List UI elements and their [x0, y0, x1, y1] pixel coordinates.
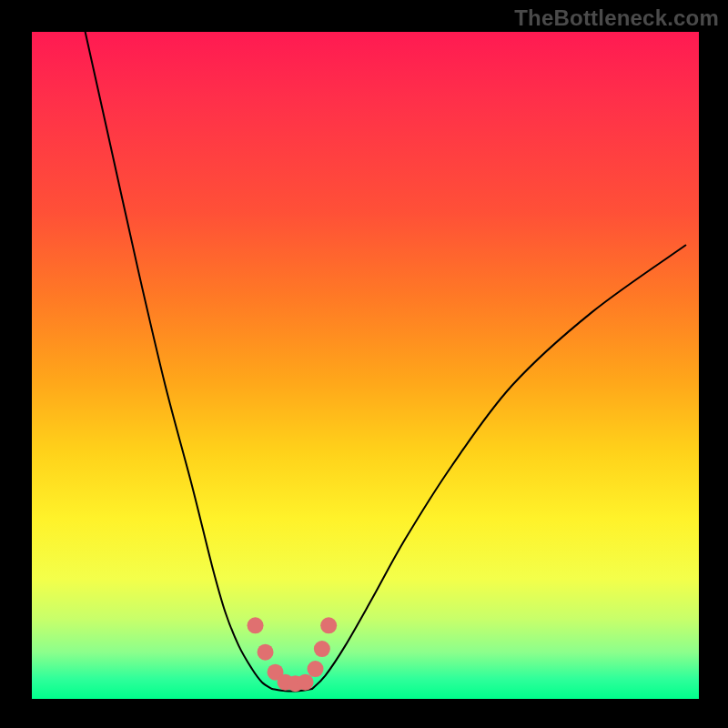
basin-dot	[314, 641, 330, 657]
basin-dot	[258, 644, 274, 661]
plot-area	[32, 32, 699, 699]
watermark-text: TheBottleneck.com	[514, 5, 719, 31]
basin-dot	[248, 617, 264, 633]
outer-frame: TheBottleneck.com	[0, 0, 728, 728]
basin-dot	[298, 674, 314, 691]
right-curve	[312, 246, 685, 689]
basin-dot	[320, 617, 337, 633]
basin-dot	[308, 661, 324, 677]
chart-svg	[32, 32, 699, 699]
left-curve	[86, 32, 272, 689]
